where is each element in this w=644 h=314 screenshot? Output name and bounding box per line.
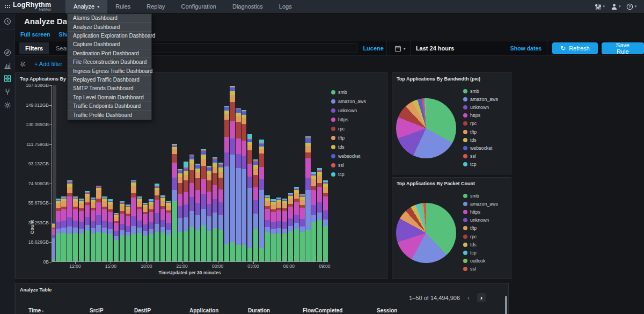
stacked-bar[interactable] [265, 85, 269, 261]
stacked-bar[interactable] [172, 85, 177, 261]
legend-item-tcp[interactable]: tcp [463, 160, 498, 169]
stacked-bar[interactable] [276, 85, 281, 261]
legend-item-websocket[interactable]: websocket [463, 144, 498, 152]
stacked-bar[interactable] [61, 85, 66, 261]
stacked-bar[interactable] [236, 85, 240, 261]
stacked-bar[interactable] [224, 85, 229, 261]
legend-item-rpc[interactable]: rpc [463, 232, 498, 240]
nav-item-configuration[interactable]: Configuration [173, 0, 224, 13]
tab-filters[interactable]: Filters [19, 42, 49, 54]
next-page-button[interactable]: › [477, 293, 486, 302]
column-header-flowcompleted[interactable]: FlowCompleted [303, 308, 342, 313]
legend-item-amazon_aws[interactable]: amazon_aws [331, 97, 366, 106]
menu-item-traffic-endpoints-dashboard[interactable]: Traffic Endpoints Dashboard [68, 102, 151, 111]
column-header-duration[interactable]: Duration [248, 308, 270, 313]
legend-item-ssl[interactable]: ssl [463, 152, 498, 160]
bandwidth-pie-chart[interactable] [396, 98, 456, 158]
menu-item-replayed-traffic-dashboard[interactable]: Replayed Traffic Dashboard [68, 76, 151, 84]
legend-item-tftp[interactable]: tftp [331, 133, 366, 142]
menu-item-ingress-egress-traffic-dashboard[interactable]: Ingress Egress Traffic Dashboard [68, 67, 151, 75]
column-header-srcip[interactable]: SrcIP [90, 308, 104, 313]
legend-item-tds[interactable]: tds [331, 142, 366, 151]
legend-item-tcp[interactable]: tcp [331, 170, 366, 179]
menu-item-destination-port-dashboard[interactable]: Destination Port Dashboard [68, 49, 151, 58]
stacked-bar[interactable] [323, 85, 328, 261]
logrhythm-logo[interactable]: LogRhythm NetMon [0, 2, 65, 12]
stacked-bar[interactable] [294, 85, 299, 261]
query-language-toggle[interactable]: Lucene [363, 45, 384, 52]
menu-item-analyze-dashboard[interactable]: Analyze Dashboard [68, 23, 151, 31]
nav-item-logs[interactable]: Logs [271, 0, 300, 13]
nav-item-rules[interactable]: Rules [107, 0, 138, 13]
previous-page-button[interactable]: ‹ [464, 293, 473, 302]
legend-item-tds[interactable]: tds [463, 240, 498, 249]
legend-item-unknown[interactable]: unknown [463, 216, 498, 224]
menu-item-application-exploration-dashboard[interactable]: Application Exploration Dashboard [68, 32, 151, 40]
stacked-bar[interactable] [311, 85, 316, 261]
stacked-bar[interactable] [288, 85, 293, 261]
save-rule-button[interactable]: Save Rule [602, 42, 644, 54]
filter-settings-gear-icon[interactable] [19, 61, 26, 68]
legend-item-amazon_aws[interactable]: amazon_aws [463, 95, 498, 103]
menu-item-traffic-profile-dashboard[interactable]: Traffic Profile Dashboard [68, 111, 151, 119]
sidebar-dashboard-icon[interactable] [4, 75, 11, 82]
legend-item-tds[interactable]: tds [463, 136, 498, 144]
stacked-bar[interactable] [178, 85, 182, 261]
stacked-bar[interactable] [184, 85, 188, 261]
stacked-bar[interactable] [207, 85, 211, 261]
help-icon[interactable]: ?▾ [626, 3, 636, 10]
sidebar-gear-icon[interactable] [4, 101, 11, 109]
stacked-bar[interactable] [155, 85, 159, 261]
legend-item-rpc[interactable]: rpc [463, 120, 498, 128]
stacked-bar[interactable] [253, 85, 258, 261]
stacked-bar[interactable] [195, 85, 200, 261]
stacked-bar[interactable] [201, 85, 206, 261]
stacked-bar[interactable] [299, 85, 304, 261]
legend-item-amazon_aws[interactable]: amazon_aws [463, 200, 498, 208]
legend-item-unknown[interactable]: unknown [463, 103, 498, 111]
stacked-bar[interactable] [259, 85, 264, 261]
column-header-session[interactable]: Session [377, 308, 397, 313]
full-screen-link[interactable]: Full screen [20, 31, 50, 38]
legend-item-unknown[interactable]: unknown [331, 106, 366, 115]
menu-item-capture-dashboard[interactable]: Capture Dashboard [68, 40, 151, 49]
legend-item-https[interactable]: https [331, 115, 366, 124]
menu-item-top-level-domain-dashboard[interactable]: Top Level Domain Dashboard [68, 93, 151, 102]
column-header-destip[interactable]: DestIP [134, 308, 151, 313]
legend-item-ssl[interactable]: ssl [463, 265, 498, 273]
time-range-value[interactable]: Last 24 hours [416, 45, 455, 52]
stacked-bar[interactable] [52, 85, 55, 261]
stacked-bar[interactable] [241, 85, 246, 261]
menu-item-alarms-dashboard[interactable]: Alarms Dashboard [68, 14, 151, 23]
stacked-bar[interactable] [317, 85, 322, 261]
stacked-bar[interactable] [247, 85, 252, 261]
sidebar-wrench-icon[interactable] [4, 88, 11, 96]
legend-item-rpc[interactable]: rpc [331, 124, 366, 133]
stacked-bar[interactable] [230, 85, 235, 261]
legend-item-tcp[interactable]: tcp [463, 249, 498, 257]
show-dates-link[interactable]: Show dates [510, 45, 541, 52]
user-icon[interactable]: ▾ [611, 3, 621, 10]
date-picker-button[interactable]: ▾ [390, 41, 411, 56]
sliders-icon[interactable]: ▾ [595, 3, 605, 10]
menu-item-smtp-trends-dashboard[interactable]: SMTP Trends Dashboard [68, 84, 151, 93]
stacked-bar[interactable] [213, 85, 217, 261]
column-header-application[interactable]: Application [189, 308, 218, 313]
legend-item-outlook[interactable]: outlook [463, 257, 498, 265]
sidebar-bar-chart-icon[interactable] [4, 62, 11, 69]
stacked-bar[interactable] [305, 85, 310, 261]
nav-item-diagnostics[interactable]: Diagnostics [224, 0, 271, 13]
table-scrollbar[interactable] [505, 296, 507, 314]
nav-item-analyze[interactable]: Analyze▾ [65, 0, 107, 13]
stacked-bar[interactable] [166, 85, 171, 261]
legend-item-smb[interactable]: smb [463, 87, 498, 95]
legend-item-websocket[interactable]: websocket [331, 151, 366, 160]
refresh-button[interactable]: ↻ Refresh [552, 42, 598, 54]
stacked-bar[interactable] [282, 85, 287, 261]
stacked-bar[interactable] [160, 85, 165, 261]
legend-item-tftp[interactable]: tftp [463, 224, 498, 232]
column-header-time[interactable]: Time▾ [28, 308, 43, 313]
legend-item-ssl[interactable]: ssl [331, 160, 366, 170]
stacked-bar[interactable] [56, 85, 61, 261]
packet-count-pie-chart[interactable] [396, 203, 456, 263]
